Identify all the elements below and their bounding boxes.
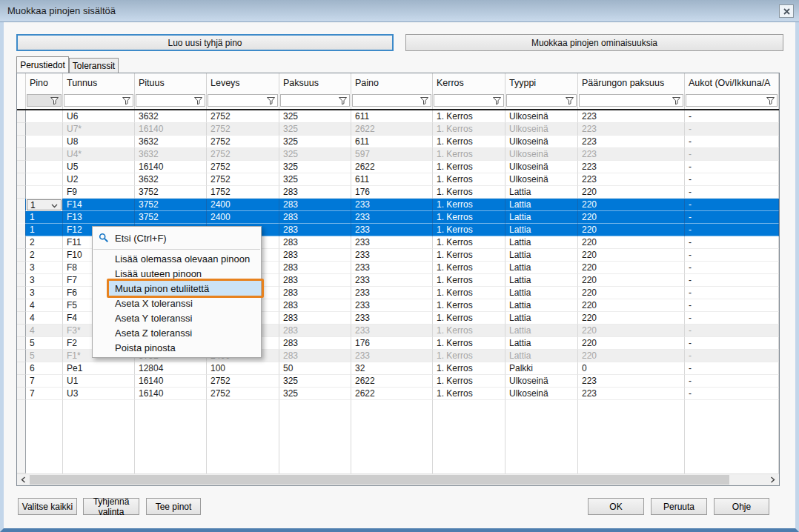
scroll-right-icon[interactable] — [766, 474, 779, 486]
filter-funnel-icon[interactable] — [265, 96, 276, 105]
scrollbar-track[interactable] — [30, 474, 766, 486]
filter-funnel-icon[interactable] — [671, 96, 682, 105]
cancel-button[interactable]: Peruuta — [651, 498, 707, 515]
filter-cell-pino[interactable] — [26, 93, 63, 109]
filter-funnel-icon[interactable] — [49, 96, 60, 105]
table-row-f14[interactable]: 1F14375224002832331. KerrosLattia220- — [17, 199, 779, 211]
row-header-cell[interactable] — [17, 123, 26, 136]
row-header-cell[interactable] — [17, 350, 26, 362]
column-header-tyyppi[interactable]: Tyyppi — [505, 73, 578, 93]
filter-input-aukot-ovi-ikkuna-a[interactable] — [686, 94, 778, 107]
table-row-pe1[interactable]: 6Pe11280410050321. KerrosPalkki0- — [17, 362, 779, 375]
column-header-pino[interactable]: Pinoˆ — [26, 73, 63, 93]
filter-input-pino[interactable] — [27, 94, 62, 107]
filter-input-tunnus[interactable] — [64, 94, 133, 107]
table-row-f9[interactable]: F9375217522831761. KerrosLattia220- — [17, 186, 779, 199]
filter-funnel-icon[interactable] — [419, 96, 430, 105]
row-header-cell[interactable] — [17, 199, 26, 211]
filter-cell-paino[interactable] — [351, 93, 433, 109]
filter-funnel-icon[interactable] — [564, 96, 575, 105]
row-header-cell[interactable] — [17, 224, 26, 236]
column-header-kerros[interactable]: Kerros — [433, 73, 505, 93]
row-header-cell[interactable] — [17, 249, 26, 262]
row-header-cell[interactable] — [17, 110, 26, 123]
row-header-cell[interactable] — [17, 262, 26, 274]
make-stacks-button[interactable]: Tee pinot — [146, 498, 201, 515]
filter-input-paino[interactable] — [352, 94, 431, 107]
filter-input-tyyppi[interactable] — [506, 94, 577, 107]
ok-button[interactable]: OK — [588, 498, 644, 515]
menu-item-muuta-pinon-etuliitett[interactable]: Muuta pinon etuliitettä — [93, 281, 261, 296]
filter-input-kerros[interactable] — [434, 94, 504, 107]
table-row-u8[interactable]: U8363227523256111. KerrosUlkoseinä223- — [17, 136, 779, 148]
row-header-cell[interactable] — [17, 236, 26, 249]
menu-item-lis-olemassa-olevaan-pinoon[interactable]: Lisää olemassa olevaan pinoon — [93, 251, 261, 266]
row-header-cell[interactable] — [17, 312, 26, 325]
column-header-paino[interactable]: Paino — [351, 73, 433, 93]
menu-item-aseta-z-toleranssi[interactable]: Aseta Z toleranssi — [93, 325, 261, 340]
filter-cell-leveys[interactable] — [207, 93, 279, 109]
table-row-f13[interactable]: 1F13375224002832331. KerrosLattia220- — [17, 211, 779, 224]
edit-stack-properties-button[interactable]: Muokkaa pinojen ominaisuuksia — [405, 34, 783, 51]
column-header-paksuus[interactable]: Paksuus — [279, 73, 351, 93]
row-header-cell[interactable] — [17, 325, 26, 337]
scroll-left-icon[interactable] — [17, 474, 30, 486]
column-header-aukot-ovi-ikkuna-a[interactable]: Aukot (Ovi/Ikkuna/A — [685, 73, 779, 93]
row-header-cell[interactable] — [17, 161, 26, 173]
table-row-u2[interactable]: U2363227523256111. KerrosUlkoseinä223- — [17, 173, 779, 186]
menu-item-poista-pinosta[interactable]: Poista pinosta — [93, 340, 261, 355]
horizontal-scrollbar[interactable] — [17, 473, 779, 485]
clear-selection-button[interactable]: Tyhjennä valinta — [83, 498, 139, 515]
filter-funnel-icon[interactable] — [121, 96, 132, 105]
row-header-cell[interactable] — [17, 375, 26, 388]
filter-input-pituus[interactable] — [136, 94, 205, 107]
filter-funnel-icon[interactable] — [491, 96, 503, 105]
close-button[interactable] — [779, 4, 794, 18]
row-header-cell[interactable] — [17, 136, 26, 148]
filter-cell-p-rungon-paksuus[interactable] — [578, 93, 685, 109]
select-all-button[interactable]: Valitse kaikki — [18, 498, 77, 515]
row-header-cell[interactable] — [17, 299, 26, 312]
row-header-cell[interactable] — [17, 186, 26, 199]
row-header-cell[interactable] — [17, 211, 26, 224]
scrollbar-thumb[interactable] — [30, 475, 729, 485]
row-header-cell[interactable] — [17, 274, 26, 287]
table-row-u7[interactable]: U7*16140275232526221. KerrosUlkoseinä223… — [17, 123, 779, 136]
column-header-leveys[interactable]: Leveys — [207, 73, 279, 93]
filter-cell-pituus[interactable] — [135, 93, 207, 109]
row-header-cell[interactable] — [17, 173, 26, 186]
table-row-u4[interactable]: U4*363227523255971. KerrosUlkoseinä223- — [17, 148, 779, 161]
table-row-u1[interactable]: 7U116140275232526221. KerrosUlkoseinä223… — [17, 375, 779, 388]
filter-cell-tyyppi[interactable] — [505, 93, 578, 109]
row-header-cell[interactable] — [17, 337, 26, 350]
filter-cell-paksuus[interactable] — [279, 93, 351, 109]
menu-item-lis-uuteen-pinoon[interactable]: Lisää uuteen pinoon — [93, 266, 261, 281]
column-header-tunnus[interactable]: Tunnus — [63, 73, 135, 93]
filter-cell-aukot-ovi-ikkuna-a[interactable] — [685, 93, 779, 109]
menu-item-etsi-ctrl-f[interactable]: Etsi (Ctrl+F) — [93, 228, 261, 247]
filter-input-paksuus[interactable] — [280, 94, 350, 107]
filter-cell-kerros[interactable] — [433, 93, 505, 109]
pino-dropdown[interactable]: 1 — [27, 199, 62, 210]
filter-funnel-icon[interactable] — [193, 96, 204, 105]
table-row-u3[interactable]: 7U316140275232526221. KerrosUlkoseinä223… — [17, 388, 779, 400]
menu-item-aseta-y-toleranssi[interactable]: Aseta Y toleranssi — [93, 310, 261, 325]
row-header-cell[interactable] — [17, 388, 26, 400]
column-header-p-rungon-paksuus[interactable]: Päärungon paksuus — [578, 73, 685, 93]
table-row-u6[interactable]: U6363227523256111. KerrosUlkoseinä223- — [17, 110, 779, 123]
table-row-u5[interactable]: U516140275232526221. KerrosUlkoseinä223- — [17, 161, 779, 173]
menu-item-aseta-x-toleranssi[interactable]: Aseta X toleranssi — [93, 296, 261, 310]
filter-cell-tunnus[interactable] — [63, 93, 135, 109]
tab-perustiedot[interactable]: Perustiedot — [16, 56, 69, 73]
row-header-cell[interactable] — [17, 148, 26, 161]
filter-input-leveys[interactable] — [208, 94, 278, 107]
filter-funnel-icon[interactable] — [765, 96, 776, 105]
row-header-cell[interactable] — [17, 287, 26, 299]
help-button[interactable]: Ohje — [714, 498, 769, 515]
row-header-cell[interactable] — [17, 362, 26, 375]
filter-funnel-icon[interactable] — [337, 96, 348, 105]
column-header-pituus[interactable]: Pituus — [135, 73, 207, 93]
tab-toleranssit[interactable]: Toleranssit — [69, 58, 119, 73]
create-empty-stack-button[interactable]: Luo uusi tyhjä pino — [16, 34, 394, 51]
filter-input-p-rungon-paksuus[interactable] — [579, 94, 683, 107]
